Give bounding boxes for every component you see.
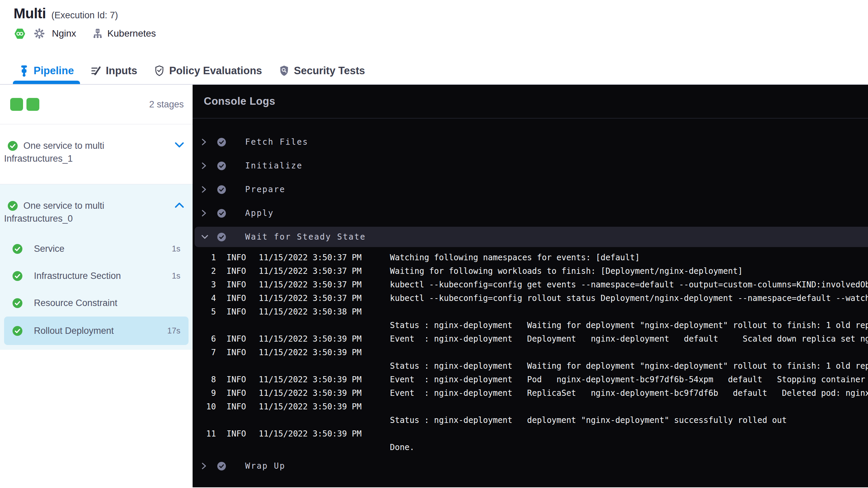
step-name: Resource Constraint: [34, 298, 180, 308]
section-label: Wait for Steady State: [245, 232, 366, 242]
chevron-right-icon[interactable]: [201, 162, 209, 169]
entity-row: Nginx Kubernetes: [14, 27, 868, 40]
step-name: Service: [34, 244, 172, 254]
shield-check-icon: [154, 65, 165, 77]
environment-name: Kubernetes: [107, 28, 156, 39]
inputs-icon: [91, 65, 101, 76]
tab-label: Inputs: [106, 65, 137, 77]
log-section-prepare[interactable]: Prepare: [193, 178, 868, 201]
gear-icon: [34, 28, 45, 39]
service-name: Nginx: [52, 28, 76, 39]
log-line: 6INFO11/15/2022 3:50:39 PMEvent : nginx-…: [193, 332, 868, 346]
stages-sidebar: 2 stages One service to multi Infrastruc…: [0, 85, 193, 487]
log-section-wait-for-steady-state[interactable]: Wait for Steady State: [195, 227, 868, 247]
tab-label: Policy Evaluations: [169, 65, 262, 77]
success-check-icon: [7, 201, 18, 211]
stage-item-infrastructures-0[interactable]: One service to multi Infrastructures_0: [0, 184, 193, 235]
step-name: Rollout Deployment: [34, 326, 167, 336]
kubernetes-cluster-icon: [93, 28, 103, 39]
success-check-icon: [12, 244, 23, 254]
log-line: 8INFO11/15/2022 3:50:39 PMEvent : nginx-…: [193, 373, 868, 386]
stage-status-square[interactable]: [10, 98, 23, 111]
success-check-icon: [217, 185, 226, 194]
success-check-icon: [7, 141, 18, 151]
success-check-icon: [217, 462, 226, 471]
chevron-down-icon[interactable]: [201, 234, 209, 240]
section-label: Initialize: [245, 161, 303, 170]
log-line: 2INFO11/15/2022 3:50:37 PMWaiting for fo…: [193, 264, 868, 278]
success-check-icon: [217, 232, 226, 242]
stage-item-infrastructures-1[interactable]: One service to multi Infrastructures_1: [0, 124, 193, 184]
chevron-right-icon[interactable]: [201, 186, 209, 193]
step-infrastructure-section[interactable]: Infrastructure Section 1s: [0, 262, 193, 289]
log-line: Status : nginx-deployment Waiting for de…: [193, 319, 868, 332]
chevron-right-icon[interactable]: [201, 138, 209, 146]
chevron-right-icon[interactable]: [201, 209, 209, 217]
log-line: Status : nginx-deployment deployment "ng…: [193, 413, 868, 427]
step-duration: 1s: [172, 271, 180, 281]
stages-count: 2 stages: [149, 99, 184, 110]
success-check-icon: [12, 271, 23, 281]
success-check-icon: [217, 209, 226, 218]
log-lines: 1INFO11/15/2022 3:50:37 PMWatching follo…: [193, 249, 868, 454]
title-row: Multi (Execution Id: 7): [0, 0, 868, 22]
log-line: 11INFO11/15/2022 3:50:39 PM: [193, 427, 868, 441]
shield-search-icon: [279, 65, 290, 77]
chevron-up-icon[interactable]: [174, 201, 184, 209]
log-line: 5INFO11/15/2022 3:50:38 PM: [193, 305, 868, 319]
log-line: 10INFO11/15/2022 3:50:39 PM: [193, 400, 868, 413]
log-line: 1INFO11/15/2022 3:50:37 PMWatching follo…: [193, 251, 868, 264]
log-line: 7INFO11/15/2022 3:50:39 PM: [193, 346, 868, 359]
tab-pipeline[interactable]: Pipeline: [13, 58, 80, 84]
success-check-icon: [12, 298, 23, 308]
chevron-down-icon[interactable]: [174, 141, 184, 149]
tab-inputs[interactable]: Inputs: [84, 58, 143, 84]
section-label: Apply: [245, 208, 274, 218]
step-name: Infrastructure Section: [34, 271, 172, 281]
tabs: Pipeline Inputs Policy Evaluations: [13, 58, 375, 84]
section-label: Wrap Up: [245, 461, 285, 471]
console-logs-title: Console Logs: [193, 85, 868, 119]
log-line: 3INFO11/15/2022 3:50:37 PMkubectl --kube…: [193, 278, 868, 291]
tab-policy-evaluations[interactable]: Policy Evaluations: [148, 58, 268, 84]
log-line: 4INFO11/15/2022 3:50:37 PMkubectl --kube…: [193, 291, 868, 305]
stage-status-square[interactable]: [26, 98, 39, 111]
harness-cd-icon: [14, 27, 25, 40]
section-label: Prepare: [245, 185, 285, 194]
execution-id: (Execution Id: 7): [51, 10, 118, 21]
success-check-icon: [217, 161, 226, 170]
tab-label: Security Tests: [294, 65, 365, 77]
success-check-icon: [217, 138, 226, 147]
tab-security-tests[interactable]: Security Tests: [273, 58, 371, 84]
stage-name: One service to multi Infrastructures_0: [4, 201, 104, 224]
step-rollout-deployment[interactable]: Rollout Deployment 17s: [4, 317, 189, 345]
log-line: Status : nginx-deployment Waiting for de…: [193, 359, 868, 373]
tab-label: Pipeline: [34, 65, 74, 77]
step-resource-constraint[interactable]: Resource Constraint: [0, 289, 193, 317]
log-section-wrap-up[interactable]: Wrap Up: [193, 454, 868, 478]
chevron-right-icon[interactable]: [201, 462, 209, 470]
step-duration: 1s: [172, 244, 180, 253]
console-logs-panel: Console Logs Fetch Files Initialize: [193, 85, 868, 487]
stage-name: One service to multi Infrastructures_1: [4, 141, 104, 164]
stage-group-infrastructures-0: One service to multi Infrastructures_0 S…: [0, 184, 193, 350]
log-line: Done.: [193, 441, 868, 454]
page-title: Multi: [14, 5, 46, 22]
section-label: Fetch Files: [245, 137, 308, 147]
stages-header: 2 stages: [0, 85, 193, 124]
log-section-initialize[interactable]: Initialize: [193, 154, 868, 178]
success-check-icon: [12, 326, 23, 336]
top-bar: Multi (Execution Id: 7) Nginx: [0, 0, 868, 85]
step-service[interactable]: Service 1s: [0, 235, 193, 262]
step-duration: 17s: [167, 326, 180, 336]
log-section-apply[interactable]: Apply: [193, 201, 868, 225]
log-section-fetch-files[interactable]: Fetch Files: [193, 130, 868, 154]
pipeline-icon: [19, 65, 29, 77]
log-line: 9INFO11/15/2022 3:50:39 PMEvent : nginx-…: [193, 386, 868, 400]
